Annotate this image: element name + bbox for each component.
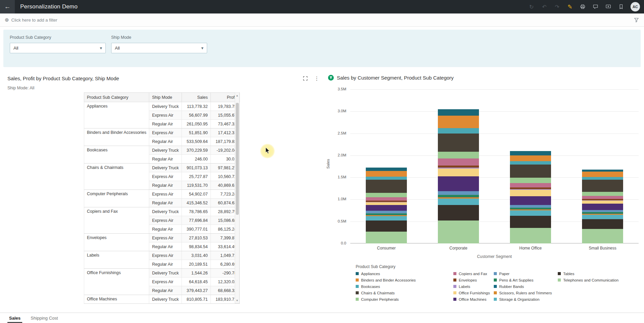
- ship-mode-cell[interactable]: Regular Air: [149, 225, 182, 234]
- bar-segment[interactable]: [438, 191, 479, 195]
- sales-cell[interactable]: 77,696.84: [182, 216, 211, 225]
- bar-segment[interactable]: [366, 180, 407, 193]
- stacked-bar[interactable]: [510, 151, 551, 243]
- stacked-bar[interactable]: [582, 170, 623, 243]
- bar-segment[interactable]: [366, 197, 407, 201]
- bar-segment[interactable]: [510, 196, 551, 205]
- category-cell[interactable]: Labels: [84, 251, 149, 269]
- bar-segment[interactable]: [510, 183, 551, 187]
- sales-cell[interactable]: 113,778.32: [182, 102, 211, 111]
- legend-item[interactable]: Appliances: [356, 272, 453, 276]
- category-cell[interactable]: Binders and Binder Accessories: [84, 128, 149, 146]
- canvas-tab-shipping-cost[interactable]: Shipping Cost: [26, 313, 63, 323]
- bar-segment[interactable]: [582, 180, 623, 192]
- ship-mode-cell[interactable]: Express Air: [149, 172, 182, 181]
- col-header-product-sub-category[interactable]: Product Sub Category: [84, 93, 149, 102]
- legend-item[interactable]: Scissors, Rulers and Trimmers: [494, 291, 558, 295]
- present-icon[interactable]: [605, 3, 612, 10]
- bar-segment[interactable]: [510, 190, 551, 197]
- sales-cell[interactable]: 54,902.07: [182, 190, 211, 199]
- bar-segment[interactable]: [438, 158, 479, 166]
- legend-item[interactable]: Office Furnishings: [453, 291, 494, 295]
- bar-segment[interactable]: [366, 177, 407, 180]
- scroll-up-arrow[interactable]: ▲: [235, 93, 239, 98]
- table-row[interactable]: Binders and Binder AccessoriesExpress Ai…: [84, 128, 240, 137]
- sales-cell[interactable]: 415,346.52: [182, 199, 211, 207]
- ship-mode-cell[interactable]: Regular Air: [149, 181, 182, 190]
- print-icon[interactable]: [579, 3, 586, 10]
- back-button[interactable]: ←: [0, 0, 15, 13]
- table-row[interactable]: Copiers and FaxDelivery Truck78,786.6528…: [84, 207, 240, 216]
- bar-segment[interactable]: [438, 152, 479, 158]
- bar-segment[interactable]: [582, 172, 623, 177]
- table-row[interactable]: LabelsExpress Air3,031.401,049.71: [84, 251, 240, 260]
- legend-item[interactable]: Telephones and Communication: [558, 278, 618, 282]
- bar-segment[interactable]: [366, 168, 407, 171]
- kebab-menu-icon[interactable]: ⋮: [314, 76, 319, 81]
- comment-icon[interactable]: [592, 3, 599, 10]
- bar-segment[interactable]: [438, 134, 479, 152]
- bar-segment[interactable]: [366, 202, 407, 205]
- bar-segment[interactable]: [366, 193, 407, 197]
- edit-pencil-icon[interactable]: ✎: [567, 3, 573, 10]
- ship-mode-cell[interactable]: Express Air: [149, 251, 182, 260]
- sales-cell[interactable]: 901,073.13: [182, 164, 211, 172]
- ship-mode-cell[interactable]: Delivery Truck: [149, 269, 182, 277]
- table-row[interactable]: BookcasesDelivery Truck370,229.59-19,202…: [84, 146, 240, 155]
- ship-mode-cell[interactable]: Regular Air: [149, 286, 182, 295]
- bar-segment[interactable]: [438, 169, 479, 177]
- stacked-bar[interactable]: [366, 168, 407, 243]
- bar-segment[interactable]: [438, 128, 479, 134]
- legend-item[interactable]: Pens & Art Supplies: [494, 278, 558, 282]
- maximize-icon[interactable]: [302, 76, 308, 81]
- sales-cell[interactable]: 533,509.64: [182, 137, 211, 146]
- ship-mode-cell[interactable]: Delivery Truck: [149, 102, 182, 111]
- ship-mode-cell[interactable]: Delivery Truck: [149, 164, 182, 172]
- table-row[interactable]: Computer PeripheralsExpress Air54,902.07…: [84, 190, 240, 199]
- bar-segment[interactable]: [510, 151, 551, 155]
- col-header-sales[interactable]: Sales: [182, 93, 211, 102]
- table-row[interactable]: Chairs & ChairmatsDelivery Truck901,073.…: [84, 164, 240, 172]
- bar-segment[interactable]: [582, 192, 623, 196]
- legend-item[interactable]: Tables: [558, 272, 618, 276]
- ship-mode-cell[interactable]: Delivery Truck: [149, 295, 182, 304]
- category-cell[interactable]: Office Machines: [84, 295, 149, 304]
- sales-cell[interactable]: 810,805.71: [182, 295, 211, 304]
- bar-segment[interactable]: [582, 219, 623, 229]
- bar-segment[interactable]: [582, 215, 623, 219]
- ship-mode-cell[interactable]: Express Air: [149, 234, 182, 242]
- bar-segment[interactable]: [366, 171, 407, 177]
- filter-funnel-icon[interactable]: [634, 17, 639, 23]
- ship-mode-cell[interactable]: Express Air: [149, 190, 182, 199]
- category-cell[interactable]: Envelopes: [84, 234, 149, 251]
- ship-mode-dropdown[interactable]: All ▾: [111, 43, 207, 53]
- legend-item[interactable]: Paper: [494, 272, 558, 276]
- legend-item[interactable]: Storage & Organization: [494, 297, 558, 301]
- canvas-tab-sales[interactable]: Sales: [4, 313, 26, 323]
- legend-item[interactable]: Office Machines: [453, 297, 494, 301]
- col-header-ship-mode[interactable]: Ship Mode: [149, 93, 182, 102]
- sales-cell[interactable]: 379,443.27: [182, 286, 211, 295]
- ship-mode-cell[interactable]: Express Air: [149, 216, 182, 225]
- scroll-down-arrow[interactable]: ▼: [235, 298, 239, 303]
- bar-segment[interactable]: [510, 228, 551, 243]
- table-scrollbar[interactable]: ▲ ▼: [235, 92, 239, 303]
- ship-mode-cell[interactable]: Delivery Truck: [149, 146, 182, 155]
- bar-segment[interactable]: [582, 229, 623, 243]
- sales-cell[interactable]: 27,810.53: [182, 234, 211, 242]
- ship-mode-cell[interactable]: Regular Air: [149, 199, 182, 207]
- bar-segment[interactable]: [510, 161, 551, 165]
- category-cell[interactable]: Computer Peripherals: [84, 190, 149, 207]
- bar-segment[interactable]: [582, 204, 623, 210]
- bar-segment[interactable]: [438, 116, 479, 128]
- category-cell[interactable]: Chairs & Chairmats: [84, 164, 149, 190]
- bar-segment[interactable]: [438, 205, 479, 221]
- scrollbar-thumb[interactable]: [236, 103, 239, 215]
- refresh-icon[interactable]: ↻: [528, 3, 535, 10]
- bar-segment[interactable]: [366, 211, 407, 213]
- ship-mode-cell[interactable]: Regular Air: [149, 137, 182, 146]
- legend-item[interactable]: Chairs & Chairmats: [356, 291, 453, 295]
- sales-cell[interactable]: 261,050.95: [182, 120, 211, 128]
- category-cell[interactable]: Copiers and Fax: [84, 207, 149, 234]
- bar-segment[interactable]: [438, 176, 479, 191]
